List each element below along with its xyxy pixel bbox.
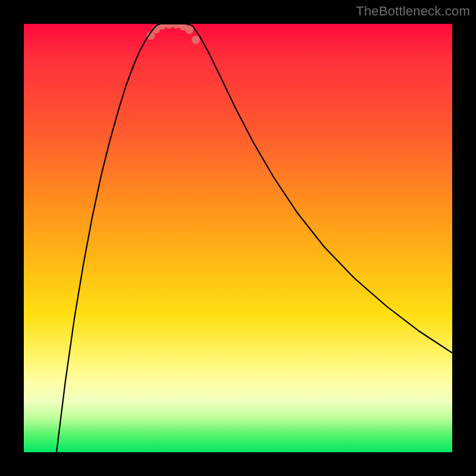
valley-marker xyxy=(185,26,193,34)
plot-area xyxy=(24,24,452,452)
valley-marker xyxy=(165,24,173,29)
valley-marker xyxy=(192,36,200,44)
watermark-text: TheBottleneck.com xyxy=(356,4,470,19)
bottleneck-curve-svg xyxy=(24,24,452,452)
chart-frame: TheBottleneck.com xyxy=(0,0,476,476)
valley-marker xyxy=(172,24,180,29)
bottleneck-curve xyxy=(57,24,452,452)
